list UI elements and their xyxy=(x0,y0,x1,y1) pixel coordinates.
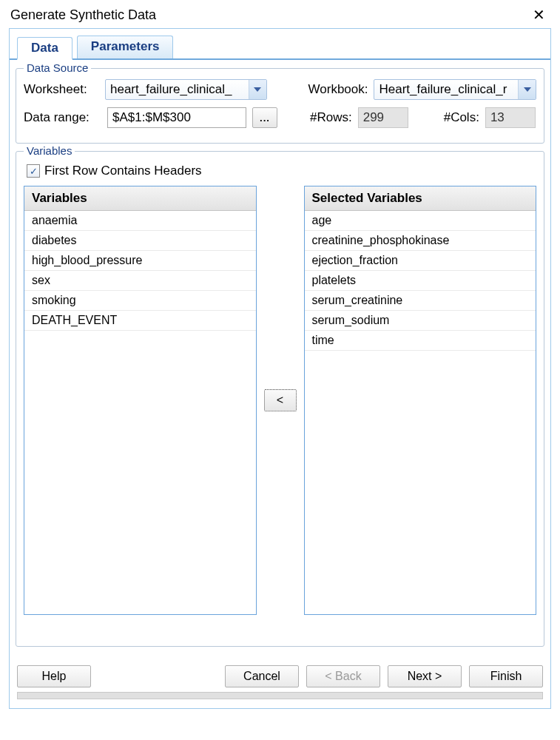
list-item[interactable]: serum_creatinine xyxy=(305,291,536,311)
help-button[interactable]: Help xyxy=(17,665,91,687)
chevron-down-icon xyxy=(249,80,266,99)
list-item[interactable]: DEATH_EVENT xyxy=(24,311,256,331)
rows-value: 299 xyxy=(358,107,408,128)
variables-legend: Variables xyxy=(24,144,75,157)
worksheet-label: Worksheet: xyxy=(24,82,99,97)
cols-label: #Cols: xyxy=(444,110,479,125)
tab-strip: Data Parameters xyxy=(10,28,550,60)
chevron-down-icon xyxy=(518,80,536,99)
title-bar: Generate Synthetic Data ✕ xyxy=(0,0,560,28)
list-item[interactable]: high_blood_pressure xyxy=(24,251,256,271)
workbook-label: Workbook: xyxy=(308,82,368,97)
data-source-group: Data Source Worksheet: heart_failure_cli… xyxy=(16,68,544,144)
list-item[interactable]: smoking xyxy=(24,291,256,311)
list-item[interactable]: platelets xyxy=(305,271,536,291)
dialog-title: Generate Synthetic Data xyxy=(10,7,156,23)
data-source-row-1: Worksheet: heart_failure_clinical_ Workb… xyxy=(24,79,536,100)
data-range-label: Data range: xyxy=(24,110,101,125)
tab-data[interactable]: Data xyxy=(17,37,72,60)
transfer-column: < xyxy=(264,186,297,615)
rows-label: #Rows: xyxy=(310,110,352,125)
data-range-browse-button[interactable]: ... xyxy=(252,107,277,128)
finish-button[interactable]: Finish xyxy=(469,665,543,687)
list-item[interactable]: time xyxy=(305,331,536,351)
available-variables-items: anaemiadiabeteshigh_blood_pressuresexsmo… xyxy=(24,211,256,614)
progress-strip xyxy=(17,692,543,699)
selected-variables-header: Selected Variables xyxy=(305,186,536,211)
workbook-value: Heart_failure_clinical_r xyxy=(374,80,518,99)
next-button[interactable]: Next > xyxy=(388,665,462,687)
available-variables-listbox[interactable]: Variables anaemiadiabeteshigh_blood_pres… xyxy=(24,186,257,615)
variables-group: Variables ✓ First Row Contains Headers V… xyxy=(16,151,544,647)
close-icon[interactable]: ✕ xyxy=(528,6,550,24)
data-source-legend: Data Source xyxy=(24,61,91,74)
worksheet-dropdown[interactable]: heart_failure_clinical_ xyxy=(105,79,267,100)
selected-variables-listbox[interactable]: Selected Variables agecreatinine_phospho… xyxy=(304,186,537,615)
list-item[interactable]: diabetes xyxy=(24,231,256,251)
dialog-body: Data Parameters Data Source Worksheet: h… xyxy=(9,28,551,709)
dialog-footer: Help Cancel < Back Next > Finish xyxy=(10,658,550,708)
cancel-button[interactable]: Cancel xyxy=(225,665,299,687)
transfer-left-button[interactable]: < xyxy=(264,389,297,411)
list-item[interactable]: age xyxy=(305,211,536,231)
cols-value: 13 xyxy=(485,107,536,128)
list-item[interactable]: creatinine_phosphokinase xyxy=(305,231,536,251)
first-row-headers-row: ✓ First Row Contains Headers xyxy=(27,164,536,178)
list-item[interactable]: anaemia xyxy=(24,211,256,231)
list-item[interactable]: ejection_fraction xyxy=(305,251,536,271)
back-button[interactable]: < Back xyxy=(306,665,380,687)
data-source-row-2: Data range: ... #Rows: 299 #Cols: 13 xyxy=(24,107,536,128)
first-row-headers-checkbox[interactable]: ✓ xyxy=(27,164,40,178)
worksheet-value: heart_failure_clinical_ xyxy=(106,80,249,99)
first-row-headers-label: First Row Contains Headers xyxy=(44,164,202,178)
tab-parameters[interactable]: Parameters xyxy=(77,36,174,58)
list-item[interactable]: serum_sodium xyxy=(305,311,536,331)
data-range-input[interactable] xyxy=(107,107,246,128)
list-item[interactable]: sex xyxy=(24,271,256,291)
available-variables-header: Variables xyxy=(24,186,256,211)
button-row: Help Cancel < Back Next > Finish xyxy=(17,665,543,687)
variables-transfer-row: Variables anaemiadiabeteshigh_blood_pres… xyxy=(24,186,536,615)
workbook-dropdown[interactable]: Heart_failure_clinical_r xyxy=(374,79,536,100)
selected-variables-items: agecreatinine_phosphokinaseejection_frac… xyxy=(305,211,536,614)
